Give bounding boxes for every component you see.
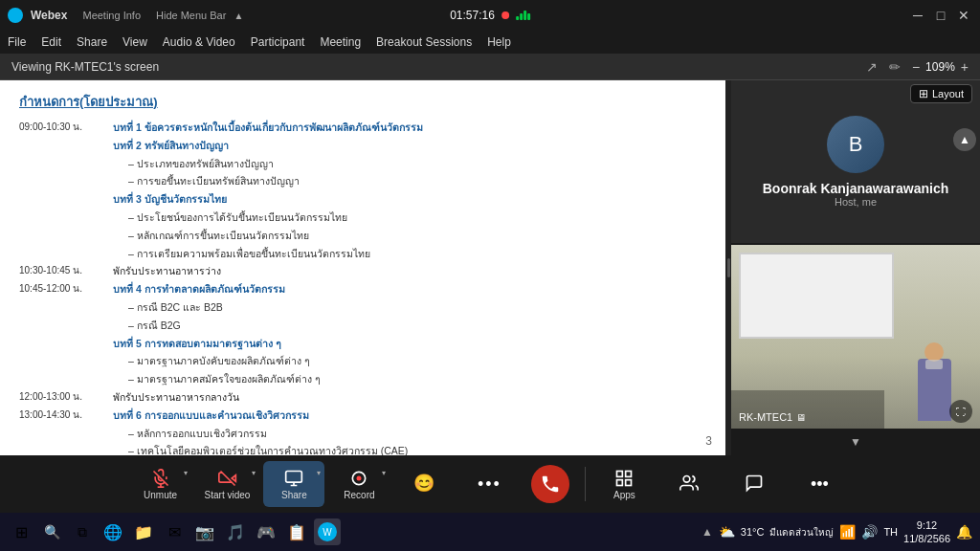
participant-name: RK-MTEC1 — [739, 411, 792, 423]
reactions-icon: 😊 — [413, 473, 434, 494]
menu-edit[interactable]: Edit — [41, 35, 61, 49]
table-row: – กรณี B2C และ B2B — [19, 299, 712, 316]
hide-menu-btn[interactable]: Hide Menu Bar — [156, 10, 226, 21]
menu-share[interactable]: Share — [77, 35, 107, 49]
table-row: 13:00-14:30 น. บทที่ 6 การออกแบบและคำนวณ… — [19, 408, 712, 424]
audio-level-icon — [516, 11, 530, 20]
time-cell — [19, 209, 105, 226]
explorer-btn[interactable]: 📁 — [130, 518, 157, 545]
time-cell — [19, 191, 105, 208]
content-cell: บทที่ 4 การทำตลาดผลิตภัณฑ์นวัตกรรม — [113, 281, 712, 298]
time-cell — [19, 318, 105, 334]
menu-help[interactable]: Help — [487, 35, 511, 49]
participant-video: RK-MTEC1 🖥 ⛶ — [731, 245, 980, 429]
notes-btn[interactable]: 📋 — [283, 518, 310, 545]
menu-file[interactable]: File — [8, 35, 26, 49]
webex-taskbar-btn[interactable]: W — [314, 518, 341, 545]
volume-icon[interactable]: 🔊 — [861, 524, 878, 540]
time-cell — [19, 336, 105, 352]
record-dropdown-icon[interactable]: ▾ — [382, 469, 386, 477]
system-clock[interactable]: 9:12 11/8/2566 — [903, 518, 950, 546]
edge-btn[interactable]: 🌐 — [100, 518, 126, 545]
time-cell — [19, 426, 105, 442]
notification-btn[interactable]: 🔔 — [956, 524, 972, 540]
hide-menu-chevron: ▲ — [234, 11, 243, 21]
end-call-button[interactable] — [531, 465, 569, 503]
taskbar: ⊞ 🔍 ⧉ 🌐 📁 ✉ 📷 🎵 🎮 📋 W ▲ ⛅ 31°C มีแดดส่วน… — [0, 513, 980, 551]
unmute-dropdown-icon[interactable]: ▾ — [184, 469, 188, 477]
content-cell: – การเตรียมความพร้อมเพื่อขอขึ้นทะเบียนนว… — [113, 246, 712, 262]
close-btn[interactable]: ✕ — [955, 7, 972, 24]
more-options-button[interactable]: ••• — [789, 461, 850, 507]
table-row: บทที่ 3 บัญชีนวัตกรรมไทย — [19, 191, 712, 208]
host-avatar: B — [827, 116, 884, 173]
system-time: 9:12 — [903, 518, 950, 532]
time-cell: 09:00-10:30 น. — [19, 120, 105, 136]
content-cell: – การขอขึ้นทะเบียนทรัพย์สินทางปัญญา — [113, 173, 712, 189]
menu-breakout[interactable]: Breakout Sessions — [376, 35, 472, 49]
unmute-button[interactable]: Unmute ▾ — [130, 461, 191, 507]
time-cell — [19, 138, 105, 154]
content-cell: พักรับประทานอาหารกลางวัน — [113, 389, 712, 406]
menu-bar: File Edit Share View Audio & Video Parti… — [0, 31, 980, 54]
apps-button[interactable]: Apps — [593, 461, 655, 507]
content-cell: บทที่ 5 การทดสอบตามมาตรฐานต่าง ๆ — [113, 336, 712, 352]
unmute-label: Unmute — [144, 490, 177, 500]
host-card: B Boonrak Kanjanawarawanich Host, me — [731, 80, 980, 245]
share-dropdown-icon[interactable]: ▾ — [317, 469, 321, 477]
video-dropdown-icon[interactable]: ▾ — [252, 469, 256, 477]
content-cell: พักรับประทานอาหารว่าง — [113, 263, 712, 279]
share-header-right: ↗ ✏ − 109% + — [866, 59, 969, 75]
reactions-button[interactable]: 😊 — [393, 461, 455, 507]
panel-collapse-top-btn[interactable]: ▲ — [953, 128, 976, 151]
search-taskbar-btn[interactable]: 🔍 — [38, 518, 65, 545]
menu-participant[interactable]: Participant — [251, 35, 305, 49]
toolbar-separator — [585, 467, 586, 501]
content-cell: – กรณี B2C และ B2B — [113, 299, 712, 316]
maximize-btn[interactable]: □ — [932, 7, 949, 24]
page-number: 3 — [705, 434, 712, 448]
monitor-icon: 🖥 — [796, 412, 806, 423]
game-btn[interactable]: 🎮 — [253, 518, 279, 545]
participant-video-label: RK-MTEC1 🖥 — [739, 411, 806, 423]
table-row: – หลักการออกแบบเชิงวิศวกรรม — [19, 426, 712, 442]
camera-btn[interactable]: 📷 — [191, 518, 218, 545]
expand-video-btn[interactable]: ⛶ — [949, 400, 972, 423]
zoom-value: 109% — [925, 60, 955, 74]
start-button[interactable]: ⊞ — [8, 518, 34, 545]
svg-point-6 — [357, 475, 362, 480]
table-row: 10:30-10:45 น. พักรับประทานอาหารว่าง — [19, 263, 712, 279]
chat-button[interactable] — [724, 461, 785, 507]
annotation-icon: ✏ — [889, 59, 901, 75]
recording-indicator — [499, 9, 512, 22]
record-button[interactable]: Record ▾ — [328, 461, 390, 507]
table-row: – เทคโนโลยีคอมพิวเตอร์ช่วยในการคำนวณทางว… — [19, 443, 712, 455]
tray-overflow-icon[interactable]: ▲ — [702, 525, 713, 539]
participants-button[interactable] — [658, 461, 720, 507]
zoom-plus-btn[interactable]: + — [961, 59, 969, 75]
table-row: 12:00-13:00 น. พักรับประทานอาหารกลางวัน — [19, 389, 712, 406]
task-view-btn[interactable]: ⧉ — [69, 518, 96, 545]
start-video-button[interactable]: Start video ▾ — [195, 461, 260, 507]
more-button[interactable]: ••• — [458, 461, 520, 507]
content-cell: บทที่ 6 การออกแบบและคำนวณเชิงวิศวกรรม — [113, 408, 712, 424]
layout-button[interactable]: ⊞ Layout — [910, 84, 972, 103]
table-row: 09:00-10:30 น. บทที่ 1 ข้อควรตระหนักในเบ… — [19, 120, 712, 136]
weather-label: มีแดดส่วนใหญ่ — [769, 525, 834, 540]
meeting-info-btn[interactable]: Meeting Info — [82, 10, 141, 21]
mail-btn[interactable]: ✉ — [161, 518, 188, 545]
menu-audio-video[interactable]: Audio & Video — [163, 35, 235, 49]
table-row: – หลักเกณฑ์การขึ้นทะเบียนนวัตกรรมไทย — [19, 228, 712, 244]
content-cell: – หลักเกณฑ์การขึ้นทะเบียนนวัตกรรมไทย — [113, 228, 712, 244]
scroll-handle — [727, 258, 730, 277]
zoom-minus-btn[interactable]: − — [912, 59, 920, 75]
share-button[interactable]: Share ▾ — [263, 461, 324, 507]
menu-view[interactable]: View — [122, 35, 147, 49]
panel-collapse-bottom-btn[interactable]: ▼ — [731, 429, 980, 455]
table-row: บทที่ 2 ทรัพย์สินทางปัญญา — [19, 138, 712, 154]
minimize-btn[interactable]: ─ — [909, 7, 926, 24]
menu-meeting[interactable]: Meeting — [320, 35, 361, 49]
taskbar-left: ⊞ 🔍 ⧉ 🌐 📁 ✉ 📷 🎵 🎮 📋 W — [8, 518, 341, 545]
media-btn[interactable]: 🎵 — [222, 518, 249, 545]
temperature-label: 31°C — [741, 526, 765, 538]
